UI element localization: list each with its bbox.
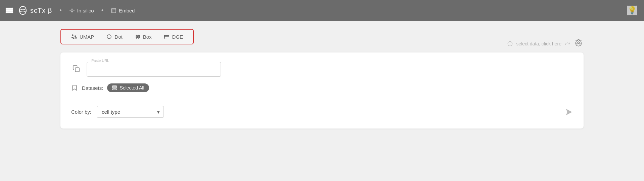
content-card: Paste URL Datasets: Selected All Color b… [60,52,584,129]
color-by-select-wrapper: cell type cluster sample condition ▼ [97,106,164,118]
tab-bar: UMAP Dot Box [60,29,194,44]
svg-rect-22 [75,68,79,72]
datasets-label: Datasets: [82,85,103,91]
lightbulb-button[interactable]: 💡 [627,5,637,15]
info-icon [507,41,513,46]
top-right-controls: select data, click here [507,29,584,48]
tab-umap-label: UMAP [80,34,94,40]
svg-point-6 [72,37,73,38]
send-icon [564,108,573,116]
insilico-icon [69,8,75,13]
list-icon [164,34,170,40]
hamburger-menu-button[interactable] [5,7,13,13]
logo-area: scTx β [18,6,52,15]
scatter-icon [71,34,77,40]
nav-insilico[interactable]: In silico [69,8,94,13]
svg-point-4 [73,38,74,39]
redo-icon [565,41,570,46]
tab-dge-label: DGE [172,34,183,40]
box-icon [135,34,141,40]
dot-icon [106,34,112,40]
embed-icon [111,8,117,13]
dot-separator-2: • [101,7,103,14]
datasets-row: Datasets: Selected All [71,83,573,99]
bookmark-icon [71,84,78,91]
svg-rect-24 [112,87,117,88]
tab-box[interactable]: Box [129,32,158,42]
gear-icon [575,39,582,46]
header-right: 💡 [627,5,637,15]
nav-embed-label: Embed [119,8,135,13]
svg-point-2 [72,35,73,36]
svg-rect-23 [112,86,117,87]
tab-dge[interactable]: DGE [158,32,189,42]
paste-url-field-wrap: Paste URL [87,62,221,77]
gear-button[interactable] [573,39,584,48]
send-button[interactable] [564,108,573,116]
svg-point-21 [578,42,580,44]
dot-separator-1: • [59,7,61,14]
header-left: scTx β • In silico • Embed [5,6,135,15]
svg-point-7 [107,35,111,39]
svg-point-16 [164,36,165,37]
svg-point-0 [71,9,73,11]
logo-icon [18,6,28,15]
paste-url-input[interactable] [87,62,221,77]
color-by-row: Color by: cell type cluster sample condi… [71,106,573,118]
svg-point-15 [164,35,165,36]
nav-embed[interactable]: Embed [111,8,135,13]
header: scTx β • In silico • Embed 💡 [0,0,644,21]
tab-umap[interactable]: UMAP [65,32,100,42]
tab-dot[interactable]: Dot [100,32,128,42]
main-content: UMAP Dot Box [0,21,644,137]
svg-point-5 [76,37,77,38]
copy-button[interactable] [71,64,81,75]
tab-dot-label: Dot [114,34,122,40]
copy-icon [73,65,80,72]
nav-insilico-label: In silico [77,8,94,13]
logo-text: scTx β [30,7,52,14]
color-by-label: Color by: [71,109,91,115]
svg-rect-1 [111,8,116,13]
svg-point-3 [75,36,76,37]
paste-url-row: Paste URL [71,62,573,77]
color-by-select[interactable]: cell type cluster sample condition [97,106,164,118]
tab-box-label: Box [143,34,152,40]
selected-all-badge[interactable]: Selected All [107,83,149,92]
svg-rect-25 [112,89,117,90]
selected-all-label: Selected All [120,85,144,90]
svg-point-17 [164,38,165,38]
dataset-icon [112,85,117,90]
top-bar-container: UMAP Dot Box [60,29,584,52]
svg-marker-26 [566,109,572,115]
select-data-hint: select data, click here [516,41,561,46]
